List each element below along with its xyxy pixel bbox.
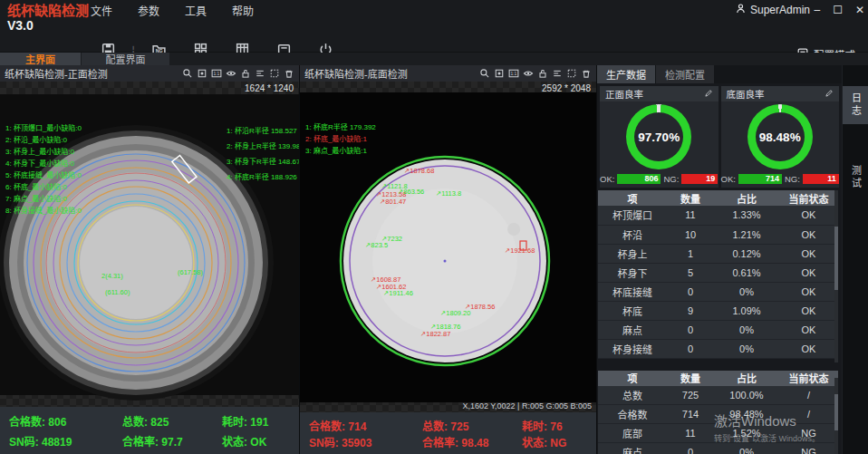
table-row[interactable]: 总数725100.0%/ — [598, 386, 838, 405]
eye-icon[interactable] — [225, 68, 236, 80]
tab-production-data[interactable]: 生产数据 — [597, 65, 655, 83]
defect-marker-label: ↗823.5 — [365, 241, 388, 249]
yield-percent: 98.48% — [759, 130, 801, 144]
marquee-icon[interactable] — [565, 68, 577, 80]
table-row[interactable]: 杯沿101.21%OK — [598, 225, 838, 244]
menu-item-帮助[interactable]: 帮助 — [232, 3, 254, 18]
table-row[interactable]: 杯底接缝00%OK — [598, 282, 838, 301]
eye-icon[interactable] — [522, 68, 534, 80]
table-cell: 杯底 — [598, 301, 667, 320]
gauge-title: 底面良率 — [727, 87, 825, 101]
table-cell: 合格数 — [598, 405, 667, 424]
defect-marker-label: ↗1911.46 — [383, 289, 413, 297]
table-cell: 1.52% — [714, 424, 779, 443]
front-status-bar: 合格数: 806总数: 825耗时: 191 SN码: 48819合格率: 97… — [0, 407, 299, 454]
fit-icon[interactable] — [196, 68, 207, 80]
panel-tabs: 生产数据 检测配置 — [597, 65, 842, 83]
tab-log[interactable]: 日志 — [843, 86, 868, 124]
table-row[interactable]: 合格数71498.48%/ — [598, 405, 838, 424]
front-viewer-image[interactable]: 1624 * 1240 1: 杯顶爆口_最小缺陷:0 2: 杯沿_最小缺陷:0 … — [0, 82, 299, 407]
table-row[interactable]: 杯顶爆口111.33%OK — [598, 206, 838, 225]
table-cell: 1.33% — [714, 206, 779, 225]
legend-line: 3: 麻点_最小缺陷:1 — [305, 145, 376, 157]
levels-icon[interactable] — [254, 68, 265, 80]
username: SuperAdmin — [750, 4, 810, 16]
app-logo: 纸杯缺陷检测 V3.0 — [7, 3, 89, 33]
menu-bar: 文件参数工具帮助 — [91, 0, 254, 20]
edit-pencil-icon[interactable] — [704, 89, 713, 100]
table-row[interactable]: 麻点00%NG — [598, 443, 838, 454]
yield-donut: 97.70% — [626, 104, 691, 169]
table-cell: 0% — [714, 443, 779, 454]
status-field-合格率: 合格率: 98.48 — [422, 434, 522, 449]
marquee-icon[interactable] — [268, 68, 280, 80]
trash-icon[interactable] — [580, 68, 592, 80]
table-row[interactable]: 杯身下50.61%OK — [598, 263, 838, 282]
table-row[interactable]: 底部111.52%NG — [598, 424, 838, 443]
bottom-viewer-image[interactable]: 2592 * 2048 1: 杯底R半径 179.3922: 杯底_最小缺陷:1… — [300, 82, 596, 412]
summary-stats-table: 项数量占比当前状态总数725100.0%/合格数71498.48%/底部111.… — [598, 371, 838, 454]
status-field-总数: 总数: 825 — [122, 413, 222, 429]
table-row[interactable]: 杯身上10.12%OK — [598, 244, 838, 263]
ng-label: NG: — [785, 174, 800, 184]
table-cell: 10 — [667, 225, 714, 244]
zoom-icon[interactable] — [478, 68, 490, 80]
front-image-resolution: 1624 * 1240 — [245, 83, 294, 93]
tab-detection-config[interactable]: 检测配置 — [656, 65, 714, 83]
legend-line: 2: 杯底_最小缺陷:1 — [305, 133, 376, 145]
maximize-button[interactable]: ☐ — [833, 4, 843, 16]
table-cell: 100.0% — [714, 386, 779, 405]
gauge-header: 底面良率 — [721, 86, 840, 101]
close-button[interactable]: ✕ — [855, 4, 864, 16]
yield-gauge-card: 正面良率 97.70% OK: 806 NG: 19 — [600, 86, 719, 188]
gauge-header: 正面良率 — [600, 86, 719, 101]
ng-count: 11 — [803, 174, 839, 184]
tab-config[interactable]: 配置界面 — [82, 53, 169, 65]
table-cell: 杯身上 — [598, 244, 667, 263]
table-cell: 0% — [714, 282, 779, 301]
svg-text:1:1: 1:1 — [213, 72, 219, 76]
one2one-icon[interactable]: 1:1 — [507, 68, 519, 80]
menu-item-工具[interactable]: 工具 — [185, 3, 207, 18]
user-icon — [735, 3, 747, 17]
zoom-icon[interactable] — [181, 68, 193, 80]
table-cell: 杯沿 — [598, 225, 667, 244]
table-cell: NG — [779, 443, 838, 454]
table-row[interactable]: 杯底91.09%OK — [598, 301, 838, 320]
table-header-row: 项数量占比当前状态 — [598, 371, 838, 386]
edit-pencil-icon[interactable] — [825, 89, 834, 100]
status-field-耗时: 耗时: 76 — [522, 418, 587, 433]
defect-table-scrollbar[interactable] — [834, 190, 838, 362]
front-viewer-header: 纸杯缺陷检测-正面检测 1:1 — [0, 65, 299, 82]
table-row[interactable]: 麻点00%OK — [598, 320, 838, 339]
bottom-viewer-toolbar: 1:1 — [478, 68, 592, 80]
table-cell: 麻点 — [598, 443, 667, 454]
tab-main[interactable]: 主界面 — [0, 53, 81, 65]
lock-icon[interactable] — [536, 68, 548, 80]
table-cell: OK — [779, 320, 838, 339]
tab-test[interactable]: 测试 — [843, 159, 868, 197]
table-cell: / — [779, 405, 838, 424]
bottom-status-bar: 合格数: 714总数: 725耗时: 76 SN码: 35903合格率: 98.… — [300, 412, 596, 454]
table-cell: 杯身接缝 — [598, 339, 667, 358]
minimize-button[interactable]: – — [814, 4, 820, 16]
trash-icon[interactable] — [283, 68, 294, 80]
menu-item-参数[interactable]: 参数 — [138, 3, 159, 18]
user-account[interactable]: SuperAdmin — [735, 0, 810, 20]
page-tabs: 主界面 配置界面 — [0, 53, 868, 65]
status-field-状态: 状态: NG — [522, 434, 587, 449]
one2one-icon[interactable]: 1:1 — [210, 68, 222, 80]
lock-icon[interactable] — [239, 68, 251, 80]
toolbar-row: 产品保存┆NG 打开NG图 工艺参数 视觉调试 良率清零 硬触发工具 配置模式 — [0, 20, 868, 53]
ok-label: OK: — [600, 174, 614, 184]
fit-icon[interactable] — [493, 68, 505, 80]
measure-label: (611.60) — [105, 288, 130, 296]
ok-count: 806 — [617, 174, 661, 184]
menu-item-文件[interactable]: 文件 — [91, 3, 112, 18]
summary-table-scrollbar[interactable] — [834, 378, 838, 454]
table-row[interactable]: 杯身接缝00%OK — [598, 339, 838, 358]
table-cell: OK — [779, 225, 838, 244]
levels-icon[interactable] — [551, 68, 563, 80]
table-cell: OK — [779, 282, 838, 301]
status-field-耗时: 耗时: 191 — [222, 413, 290, 429]
